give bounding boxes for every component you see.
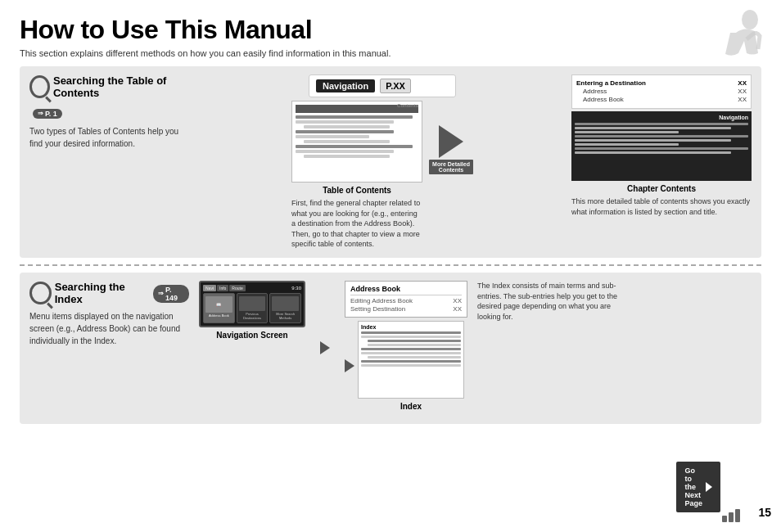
chapter-line-6: [575, 143, 679, 146]
next-page-arrow-icon: [706, 482, 712, 492]
index-line-5: [361, 348, 461, 350]
index-line-9: [361, 364, 461, 367]
arrow-right-big-icon: [439, 125, 463, 158]
toc-page-ref: P. 1: [29, 104, 193, 119]
nav-tab-info: Info: [217, 285, 228, 291]
chapter-contents-panel: Entering a Destination XX Address XX Add…: [571, 74, 752, 250]
address-book-popup: Address Book Editing Address Book XX Set…: [345, 281, 467, 318]
search-index-description: Menu items displayed on the navigation s…: [29, 310, 189, 347]
more-detailed-label: More DetailedContents: [429, 160, 473, 174]
nav-screen-caption: Navigation Screen: [216, 331, 287, 340]
nav-label: Navigation: [316, 79, 375, 92]
search-index-panel: Searching the Index P. 149 Menu items di…: [29, 281, 189, 416]
toc-mid-section: Contents Table of Content: [291, 101, 473, 250]
search-index-header: Searching the Index P. 149: [29, 281, 189, 305]
index-line-3: [368, 340, 461, 342]
nav-tabs: Navi Info Route: [203, 285, 246, 291]
toc-line-1: [296, 115, 413, 119]
chapter-line-1: [575, 123, 748, 125]
search-toc-title: Searching the Table of Contents: [53, 74, 193, 99]
chapter-line-3: [575, 131, 679, 133]
index-line-2: [361, 336, 461, 338]
stripe-decoration: [722, 509, 740, 522]
index-line-8: [361, 360, 461, 363]
nav-btn-destinations[interactable]: PreviousDestinations: [237, 293, 269, 323]
dest-icon: [239, 296, 266, 311]
index-line-1: [361, 331, 461, 334]
page-subtitle: This section explains different methods …: [20, 48, 761, 58]
toc-line-9: [304, 155, 390, 158]
popup-index-wrapper: Address Book Editing Address Book XX Set…: [345, 281, 467, 416]
nav-buttons-grid: 📖 Address Book PreviousDestinations More…: [203, 293, 301, 323]
toc-line-5: [296, 135, 369, 138]
toc-line-7: [296, 145, 413, 148]
nav-btn-address-book[interactable]: 📖 Address Book: [203, 293, 235, 323]
nav-screen-top: Navi Info Route 9:30: [203, 285, 301, 291]
popup-to-index-row: Index Index: [345, 321, 467, 411]
nav-btn-more[interactable]: More SearchMethods: [269, 293, 301, 323]
nav-screen-wrapper: Navi Info Route 9:30 📖 Address Book: [199, 281, 305, 416]
popup-entry-setting: Setting Destination XX: [350, 305, 462, 313]
page-container: How to Use This Manual This section expl…: [0, 0, 781, 532]
arrow-right-icon: [320, 341, 330, 354]
next-page-label: Go to the Next Page: [684, 467, 702, 507]
search-icon: [29, 75, 50, 98]
search-icon-2: [29, 282, 52, 304]
index-line-7: [368, 356, 461, 358]
nav-bar-illustration: Navigation P.XX: [309, 74, 456, 97]
toc-page-ref-badge: P. 1: [33, 109, 62, 119]
top-section: Searching the Table of Contents P. 1 Two…: [20, 66, 761, 258]
index-header: Index: [361, 324, 461, 330]
chapter-nav-header: Navigation: [575, 115, 748, 120]
section-header: Searching the Table of Contents: [29, 74, 193, 99]
stripe-2: [729, 512, 734, 522]
index-line-6: [361, 352, 461, 354]
nav-to-index-arrow: [315, 281, 335, 416]
bottom-section: Searching the Index P. 149 Menu items di…: [20, 273, 761, 424]
chapter-entry-address-book: Address Book XX: [576, 96, 747, 103]
contents-label: Contents: [397, 103, 418, 108]
toc-line-3: [304, 125, 390, 128]
index-box-wrapper: Index Index: [358, 321, 464, 411]
chapter-contents-box: Entering a Destination XX Address XX Add…: [571, 74, 752, 109]
chapter-line-5: [575, 139, 731, 142]
popup-arrow-icon: [345, 359, 354, 372]
page-number: 15: [758, 506, 771, 519]
stripe-3: [735, 509, 740, 522]
nav-tab-route: Route: [229, 285, 245, 291]
next-page-button[interactable]: Go to the Next Page: [676, 462, 720, 512]
index-description: The Index consists of main terms and sub…: [477, 281, 625, 416]
toc-illustration-box: Contents: [291, 101, 422, 183]
content-area: Searching the Table of Contents P. 1 Two…: [20, 66, 761, 424]
nav-time: 9:30: [291, 286, 301, 291]
next-page-wrapper: Go to the Next Page: [722, 509, 740, 522]
search-index-title: Searching the Index: [55, 281, 150, 305]
toc-line-2: [296, 120, 394, 124]
nav-tab-navi: Navi: [203, 285, 216, 291]
more-icon: [272, 296, 299, 311]
nav-screen-illustration: Navi Info Route 9:30 📖 Address Book: [199, 281, 305, 327]
toc-box-wrapper: Contents Table of Content: [291, 101, 422, 250]
index-caption: Index: [400, 402, 422, 411]
chapter-line-8: [575, 151, 731, 154]
index-line-4: [368, 344, 461, 346]
toc-line-6: [304, 140, 390, 143]
svg-point-0: [742, 10, 758, 29]
more-detailed-arrow: More DetailedContents: [429, 101, 473, 174]
page-title: How to Use This Manual: [20, 15, 761, 45]
address-book-icon: 📖: [205, 296, 232, 313]
index-box: Index: [358, 321, 464, 399]
chapter-line-2: [575, 127, 731, 129]
chapter-line-4: [575, 135, 748, 138]
toc-line-8: [296, 150, 394, 153]
chapter-nav-illustration: Navigation: [571, 111, 752, 181]
toc-description: Two types of Tables of Contents help you…: [29, 125, 193, 150]
popup-entry-editing: Editing Address Book XX: [350, 297, 462, 304]
chapter-caption: Chapter Contents: [571, 184, 752, 193]
chapter-line-7: [575, 147, 748, 150]
silhouette-decoration: [707, 8, 765, 65]
search-toc-panel: Searching the Table of Contents P. 1 Two…: [29, 74, 193, 250]
popup-title: Address Book: [350, 285, 462, 295]
toc-line-4: [296, 130, 394, 133]
toc-description-text: First, find the general chapter related …: [291, 198, 422, 250]
